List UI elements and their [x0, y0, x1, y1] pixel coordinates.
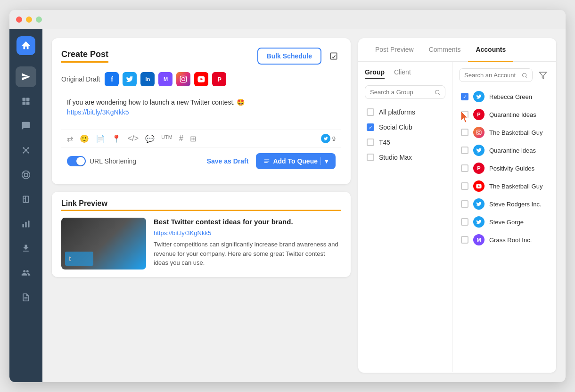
- link-preview-details: Best Twitter contest ideas for your bran…: [154, 218, 341, 270]
- group-item-social-club[interactable]: ✓ Social Club: [365, 120, 445, 135]
- close-button[interactable]: [16, 16, 22, 23]
- twitter-icon[interactable]: [123, 72, 137, 86]
- group-search-input[interactable]: [370, 89, 432, 96]
- meta-icon[interactable]: M: [158, 72, 172, 86]
- sidebar-item-campaigns[interactable]: [16, 189, 36, 210]
- panel-body: Group Client All platforms: [358, 62, 556, 372]
- left-column: Create Post Bulk Schedule Origi: [52, 38, 351, 373]
- account-name-steve-gorge: Steve Gorge: [489, 219, 548, 226]
- save-draft-button[interactable]: Save as Draft: [207, 157, 249, 165]
- pinterest-icon[interactable]: P: [212, 72, 226, 86]
- instagram-icon[interactable]: [176, 72, 190, 86]
- attachment-icon[interactable]: 📄: [96, 134, 105, 143]
- account-checkbox-quarantine-1[interactable]: [461, 111, 468, 118]
- url-shortening-switch[interactable]: [67, 156, 86, 166]
- utm-icon[interactable]: UTM: [161, 134, 172, 143]
- export-icon[interactable]: [326, 49, 341, 64]
- post-link[interactable]: https://bit.ly/3KgNkk5: [67, 108, 129, 116]
- account-checkbox-basketball-ig[interactable]: [461, 129, 468, 136]
- instagram-account-icon: [473, 127, 485, 138]
- svg-marker-29: [540, 72, 547, 79]
- sidebar-item-downloads[interactable]: [16, 238, 36, 259]
- mention-icon[interactable]: 💬: [145, 134, 155, 143]
- hashtag-icon[interactable]: #: [179, 134, 183, 143]
- accounts-panel: ✓ Rebecca Green P Quarantine Ideas: [452, 62, 556, 372]
- group-item-t45[interactable]: T45: [365, 135, 445, 150]
- account-item-steve-rodgers[interactable]: Steve Rodgers Inc.: [459, 195, 550, 213]
- grid-icon[interactable]: ⊞: [190, 134, 196, 143]
- app-window: Create Post Bulk Schedule Origi: [9, 10, 566, 382]
- account-item-quarantine-ideas-1[interactable]: P Quarantine Ideas: [459, 106, 550, 123]
- sidebar-item-team[interactable]: [16, 262, 36, 283]
- sidebar: [9, 29, 42, 382]
- tab-accounts[interactable]: Accounts: [468, 38, 513, 62]
- client-tab[interactable]: Client: [394, 68, 411, 79]
- svg-point-32: [478, 131, 480, 134]
- bulk-schedule-button[interactable]: Bulk Schedule: [257, 48, 321, 65]
- pinterest-account-icon-2: P: [473, 163, 485, 174]
- account-item-quarantine-ideas-2[interactable]: Quarantine ideas: [459, 141, 550, 159]
- group-checkbox-social-club[interactable]: ✓: [367, 123, 374, 131]
- main-content: Create Post Bulk Schedule Origi: [42, 29, 566, 382]
- location-icon[interactable]: 📍: [112, 134, 121, 143]
- account-item-positivity-guides[interactable]: P Positivity Guides: [459, 159, 550, 177]
- facebook-icon[interactable]: f: [105, 72, 119, 86]
- account-name-basketball-yt: The Basketball Guy: [489, 183, 548, 190]
- sidebar-item-network[interactable]: [16, 140, 36, 161]
- code-icon[interactable]: </>: [128, 134, 139, 143]
- filter-icon[interactable]: [536, 69, 550, 82]
- group-checkbox-all[interactable]: [367, 108, 374, 116]
- account-item-basketball-guy-ig[interactable]: The Basketball Guy: [459, 123, 550, 141]
- group-checkbox-t45[interactable]: [367, 139, 374, 146]
- twitter-char-icon: [321, 134, 330, 143]
- accounts-search-row: [459, 68, 550, 82]
- minimize-button[interactable]: [26, 16, 32, 23]
- account-search-input[interactable]: [464, 72, 519, 79]
- group-checkbox-studio-max[interactable]: [367, 154, 374, 161]
- account-name-positivity: Positivity Guides: [489, 165, 548, 172]
- svg-point-27: [522, 73, 526, 77]
- tab-comments[interactable]: Comments: [421, 38, 468, 62]
- add-to-queue-dropdown-icon[interactable]: ▾: [320, 157, 328, 165]
- add-to-queue-button[interactable]: Add To Queue ▾: [256, 153, 336, 169]
- account-checkbox-positivity[interactable]: [461, 164, 468, 172]
- group-item-all[interactable]: All platforms: [365, 105, 445, 120]
- draft-label-row: Original Draft f in M: [61, 72, 341, 86]
- link-preview-url[interactable]: https://bit.ly/3KgNkk5: [154, 229, 211, 237]
- svg-line-28: [526, 76, 526, 77]
- sidebar-item-comments[interactable]: [16, 115, 36, 136]
- account-checkbox-quarantine-2[interactable]: [461, 147, 468, 154]
- sidebar-item-send[interactable]: [16, 66, 36, 87]
- account-item-rebecca-green[interactable]: ✓ Rebecca Green: [459, 88, 550, 106]
- sidebar-item-reports[interactable]: [16, 287, 36, 308]
- account-checkbox-grass-root[interactable]: [461, 236, 468, 244]
- emoji-icon[interactable]: 🙂: [80, 134, 89, 143]
- linkedin-icon[interactable]: in: [140, 72, 155, 86]
- link-preview-content: t Best Twitter contest ideas for your br…: [61, 218, 341, 270]
- group-search-box: [365, 85, 445, 99]
- group-tab[interactable]: Group: [365, 68, 385, 79]
- account-item-grass-root[interactable]: M Grass Root Inc.: [459, 231, 550, 249]
- svg-line-12: [26, 150, 28, 153]
- maximize-button[interactable]: [36, 16, 42, 23]
- sidebar-item-dashboard[interactable]: [16, 91, 36, 112]
- svg-rect-19: [23, 224, 24, 228]
- group-item-studio-max[interactable]: Studio Max: [365, 150, 445, 165]
- account-name-quarantine-2: Quarantine ideas: [489, 147, 548, 154]
- account-item-steve-gorge[interactable]: Steve Gorge: [459, 213, 550, 231]
- repost-icon[interactable]: ⇄: [67, 134, 73, 143]
- svg-rect-3: [26, 102, 30, 105]
- youtube-icon[interactable]: [194, 72, 208, 86]
- account-checkbox-basketball-yt[interactable]: [461, 182, 468, 190]
- char-count-value: 9: [332, 135, 336, 142]
- svg-line-17: [23, 176, 25, 178]
- tab-post-preview[interactable]: Post Preview: [368, 38, 421, 62]
- sidebar-item-analytics[interactable]: [16, 213, 36, 234]
- account-checkbox-rebecca-green[interactable]: ✓: [461, 93, 468, 100]
- account-checkbox-steve-gorge[interactable]: [461, 218, 468, 226]
- logo[interactable]: [16, 36, 35, 55]
- account-search-box: [459, 68, 533, 82]
- account-item-basketball-guy-yt[interactable]: The Basketball Guy: [459, 177, 550, 195]
- sidebar-item-support[interactable]: [16, 164, 36, 185]
- account-checkbox-steve-rodgers[interactable]: [461, 200, 468, 208]
